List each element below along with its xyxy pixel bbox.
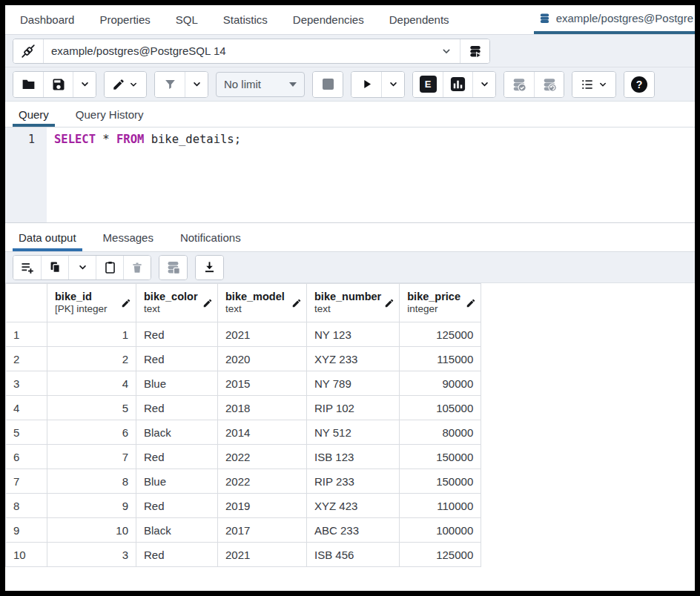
table-cell[interactable]: 2022 [218, 469, 307, 494]
table-cell[interactable]: XYZ 423 [307, 494, 400, 518]
add-row-button[interactable] [13, 256, 41, 279]
table-cell[interactable]: XYZ 233 [307, 347, 400, 371]
table-cell[interactable]: NY 789 [307, 371, 400, 396]
grid-column-header[interactable]: bike_color text [136, 284, 218, 322]
tab-dependents[interactable]: Dependents [389, 5, 449, 34]
explain-analyze-button[interactable] [443, 72, 472, 97]
connection-status-button[interactable] [13, 39, 43, 63]
row-number-cell[interactable]: 10 [6, 543, 47, 567]
tab-query-tool-active[interactable]: example/postgres@Postgre [534, 5, 695, 34]
tab-sql[interactable]: SQL [176, 5, 198, 34]
table-cell[interactable]: RIP 233 [307, 469, 400, 494]
table-cell[interactable]: 2015 [218, 371, 307, 396]
table-cell[interactable]: 125000 [400, 543, 481, 567]
execute-dropdown-button[interactable] [381, 72, 404, 97]
row-number-cell[interactable]: 9 [6, 518, 47, 543]
editor-code-area[interactable]: SELECT * FROM bike_details; [47, 128, 695, 222]
grid-column-header[interactable]: bike_model text [218, 284, 307, 322]
rollback-button[interactable] [534, 72, 564, 97]
table-cell[interactable]: Red [136, 396, 218, 420]
table-cell[interactable]: 110000 [400, 494, 481, 518]
new-connection-button[interactable] [460, 39, 489, 63]
grid-column-header[interactable]: bike_number text [307, 284, 400, 322]
save-data-button[interactable] [159, 256, 187, 279]
table-cell[interactable]: 100000 [400, 518, 481, 543]
delete-row-button[interactable] [123, 256, 151, 279]
execute-button[interactable] [351, 72, 381, 97]
table-cell[interactable]: 1 [47, 322, 136, 347]
table-cell[interactable]: Red [136, 543, 218, 567]
table-cell[interactable]: Black [136, 518, 218, 543]
grid-column-header[interactable]: bike_id [PK] integer [47, 284, 136, 322]
filter-button[interactable] [155, 72, 185, 97]
table-cell[interactable]: Red [136, 445, 218, 469]
table-cell[interactable]: 125000 [400, 322, 481, 347]
tab-properties[interactable]: Properties [99, 5, 150, 34]
tab-statistics[interactable]: Statistics [223, 5, 268, 34]
table-cell[interactable]: 2022 [218, 445, 307, 469]
output-tab[interactable]: Data output [19, 223, 76, 251]
explain-dropdown-button[interactable] [472, 72, 495, 97]
filter-dropdown-button[interactable] [185, 72, 208, 97]
table-cell[interactable]: 90000 [400, 371, 481, 396]
table-cell[interactable]: 4 [47, 371, 136, 396]
tab-query-history[interactable]: Query History [76, 102, 144, 127]
table-cell[interactable]: 6 [47, 420, 136, 445]
table-cell[interactable]: Red [136, 322, 218, 347]
edit-column-icon[interactable] [121, 298, 131, 308]
table-cell[interactable]: 2017 [218, 518, 307, 543]
table-cell[interactable]: Black [136, 420, 218, 445]
row-number-cell[interactable]: 1 [6, 322, 47, 347]
table-cell[interactable]: 2014 [218, 420, 307, 445]
table-cell[interactable]: 10 [47, 518, 136, 543]
download-button[interactable] [196, 256, 223, 279]
table-cell[interactable]: 105000 [400, 396, 481, 420]
table-cell[interactable]: 2020 [218, 347, 307, 371]
row-limit-select[interactable]: No limit [216, 72, 305, 97]
table-cell[interactable]: NY 123 [307, 322, 400, 347]
table-cell[interactable]: 80000 [400, 420, 481, 445]
table-cell[interactable]: 2019 [218, 494, 307, 518]
table-cell[interactable]: ISB 123 [307, 445, 400, 469]
table-cell[interactable]: 2021 [218, 543, 307, 567]
table-cell[interactable]: 7 [47, 445, 136, 469]
table-cell[interactable]: Red [136, 347, 218, 371]
row-number-cell[interactable]: 4 [6, 396, 47, 420]
edit-column-icon[interactable] [384, 298, 394, 308]
tab-query[interactable]: Query [19, 102, 49, 127]
paste-button[interactable] [96, 256, 123, 279]
select-all-corner[interactable] [6, 284, 47, 322]
table-cell[interactable]: 3 [47, 543, 136, 567]
table-cell[interactable]: 5 [47, 396, 136, 420]
save-file-button[interactable] [43, 72, 73, 97]
row-number-cell[interactable]: 5 [6, 420, 47, 445]
table-cell[interactable]: ABC 233 [307, 518, 400, 543]
table-cell[interactable]: 150000 [400, 469, 481, 494]
grid-column-header[interactable]: bike_price integer [400, 284, 481, 322]
edit-menu-button[interactable] [105, 72, 146, 97]
help-button[interactable]: ? [624, 72, 654, 97]
table-cell[interactable]: ISB 456 [307, 543, 400, 567]
tab-dependencies[interactable]: Dependencies [293, 5, 364, 34]
table-cell[interactable]: 150000 [400, 445, 481, 469]
row-number-cell[interactable]: 2 [6, 347, 47, 371]
table-cell[interactable]: 8 [47, 469, 136, 494]
table-cell[interactable]: 2018 [218, 396, 307, 420]
commit-button[interactable] [504, 72, 534, 97]
output-tab[interactable]: Messages [103, 223, 153, 251]
copy-dropdown-button[interactable] [68, 256, 96, 279]
table-cell[interactable]: NY 512 [307, 420, 400, 445]
table-cell[interactable]: 2 [47, 347, 136, 371]
table-cell[interactable]: 115000 [400, 347, 481, 371]
table-cell[interactable]: Red [136, 494, 218, 518]
table-cell[interactable]: RIP 102 [307, 396, 400, 420]
table-cell[interactable]: 2021 [218, 322, 307, 347]
connection-select[interactable]: example/postgres@PostgreSQL 14 [43, 39, 460, 63]
output-tab[interactable]: Notifications [180, 223, 241, 251]
sql-editor[interactable]: 1 SELECT * FROM bike_details; [5, 128, 695, 223]
table-cell[interactable]: Blue [136, 371, 218, 396]
edit-column-icon[interactable] [291, 298, 302, 308]
macros-button[interactable] [572, 72, 615, 97]
cancel-query-button[interactable] [313, 72, 343, 97]
edit-column-icon[interactable] [202, 298, 213, 308]
